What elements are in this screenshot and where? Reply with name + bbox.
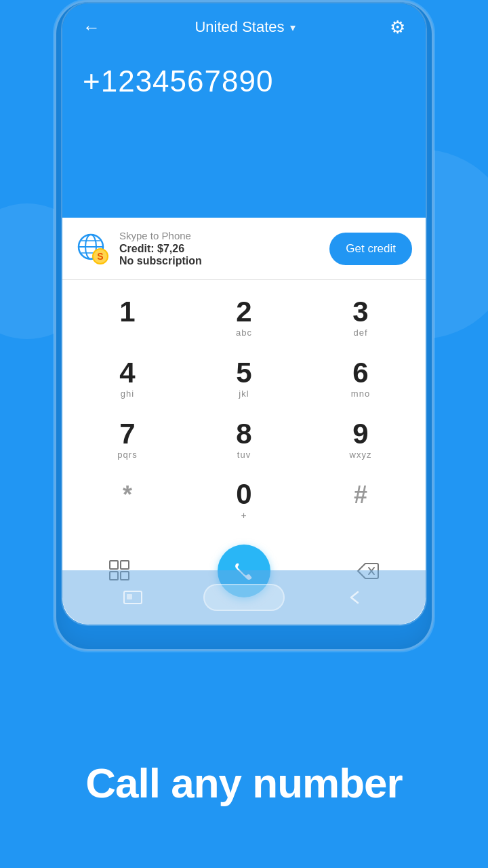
key-number-1: 1 bbox=[119, 298, 135, 326]
key-number-hash: # bbox=[354, 483, 367, 507]
dial-key-7[interactable]: 7 pqrs bbox=[69, 409, 186, 470]
key-letters-6: mno bbox=[351, 389, 370, 399]
dialpad-panel: S Skype to Phone Credit: $7,26 No subscr… bbox=[62, 218, 426, 625]
key-letters-8: tuv bbox=[237, 450, 251, 460]
dial-key-6[interactable]: 6 mno bbox=[302, 348, 419, 409]
dial-key-2[interactable]: 2 abc bbox=[186, 287, 302, 348]
country-selector[interactable]: United States ▾ bbox=[195, 18, 295, 36]
dial-key-star[interactable]: * bbox=[69, 470, 186, 531]
phone-number-display: +1234567890 bbox=[76, 51, 412, 98]
key-letters-star bbox=[126, 509, 129, 519]
dial-key-9[interactable]: 9 wxyz bbox=[302, 409, 419, 470]
key-number-3: 3 bbox=[352, 298, 368, 326]
svg-rect-15 bbox=[127, 594, 132, 599]
settings-icon[interactable]: ⚙ bbox=[390, 17, 405, 38]
key-letters-7: pqrs bbox=[117, 450, 137, 460]
phone-screen: ← United States ▾ ⚙ +1234567890 bbox=[61, 2, 427, 626]
key-letters-5: jkl bbox=[239, 389, 249, 399]
dial-key-0[interactable]: 0 + bbox=[186, 470, 302, 531]
header-area: ← United States ▾ ⚙ +1234567890 bbox=[62, 3, 426, 220]
key-number-6: 6 bbox=[352, 359, 368, 387]
get-credit-button[interactable]: Get credit bbox=[329, 233, 412, 265]
key-number-4: 4 bbox=[119, 359, 135, 387]
nav-recents-button[interactable] bbox=[116, 587, 150, 608]
key-letters-4: ghi bbox=[121, 389, 134, 399]
home-button[interactable] bbox=[203, 584, 285, 611]
phone-bottom-nav bbox=[62, 570, 426, 625]
credit-info: Skype to Phone Credit: $7,26 No subscrip… bbox=[119, 230, 329, 267]
country-name: United States bbox=[195, 18, 284, 36]
dialpad-grid: 1 2 abc 3 def 4 ghi bbox=[62, 280, 426, 538]
key-number-7: 7 bbox=[119, 420, 135, 448]
chevron-down-icon: ▾ bbox=[290, 21, 296, 34]
skype-to-phone-icon: S bbox=[76, 232, 110, 266]
credit-subscription: No subscription bbox=[119, 255, 329, 267]
svg-text:S: S bbox=[97, 251, 103, 262]
key-letters-2: abc bbox=[236, 328, 252, 338]
key-letters-9: wxyz bbox=[350, 450, 372, 460]
key-letters-1 bbox=[126, 328, 129, 338]
credit-row: S Skype to Phone Credit: $7,26 No subscr… bbox=[62, 218, 426, 280]
dial-key-8[interactable]: 8 tuv bbox=[186, 409, 302, 470]
dial-key-3[interactable]: 3 def bbox=[302, 287, 419, 348]
credit-title: Skype to Phone bbox=[119, 230, 329, 241]
key-number-2: 2 bbox=[236, 298, 251, 326]
svg-rect-14 bbox=[124, 591, 142, 604]
phone-shell: ← United States ▾ ⚙ +1234567890 bbox=[54, 0, 434, 651]
dial-key-1[interactable]: 1 bbox=[69, 287, 186, 348]
key-number-8: 8 bbox=[236, 420, 251, 448]
key-number-0: 0 bbox=[236, 480, 251, 509]
key-number-9: 9 bbox=[352, 420, 368, 448]
svg-rect-10 bbox=[121, 561, 129, 569]
credit-amount: Credit: $7,26 bbox=[119, 243, 329, 255]
svg-rect-8 bbox=[110, 561, 118, 569]
dial-key-hash[interactable]: # bbox=[302, 470, 419, 531]
top-bar: ← United States ▾ ⚙ bbox=[76, 3, 412, 51]
key-letters-hash bbox=[359, 509, 363, 519]
marketing-text: Call any number bbox=[0, 759, 488, 807]
key-number-star: * bbox=[123, 483, 132, 507]
dial-key-5[interactable]: 5 jkl bbox=[186, 348, 302, 409]
key-number-5: 5 bbox=[236, 359, 251, 387]
key-letters-0: + bbox=[241, 510, 247, 521]
key-letters-3: def bbox=[353, 328, 367, 338]
back-button[interactable]: ← bbox=[83, 17, 100, 38]
nav-back-button[interactable] bbox=[338, 587, 372, 608]
dial-key-4[interactable]: 4 ghi bbox=[69, 348, 186, 409]
